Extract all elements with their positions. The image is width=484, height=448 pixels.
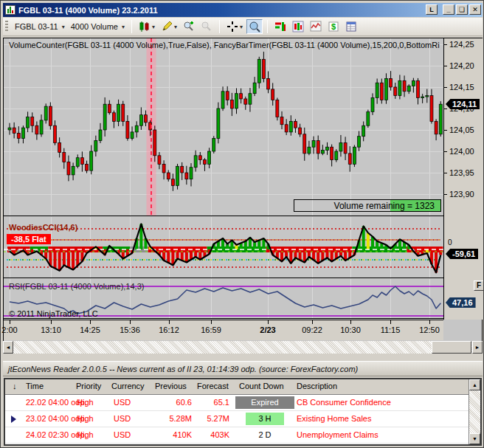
account-data-button[interactable]: $ (325, 19, 342, 34)
news-row[interactable]: 22.02 04:00 odp.HighUSD60.665.1CB Consum… (5, 395, 469, 411)
time-axis[interactable]: 2:0013:1014:2515:3616:1216:592/2309:2210… (4, 320, 443, 340)
cell-currency: USD (114, 430, 131, 439)
column-header-forecast[interactable]: Forecast (197, 382, 229, 390)
time-tick (390, 320, 391, 324)
drawing-tools-button[interactable]: ▾ (159, 19, 179, 34)
chart-trader-icon (274, 21, 286, 32)
rsi-panel[interactable]: RSI(FGBL 03-11 (4000 Volume),14,3) © 201… (4, 279, 443, 319)
price-axis-label: 123,90 (449, 190, 474, 199)
close-button[interactable]: ✕ (469, 4, 481, 15)
region-zoom-button[interactable] (246, 19, 263, 34)
price-panel[interactable]: VolumeCounter(FGBL 03-11 (4000 Volume),T… (4, 38, 443, 216)
time-tick (51, 320, 52, 324)
horizontal-scrollbar[interactable]: ◄ ► (3, 341, 483, 354)
title-bar[interactable]: FGBL 03-11 (4000 Volume) 23.2.2011 L _ ❏… (3, 3, 483, 17)
link-window-button[interactable]: L (426, 4, 438, 15)
cell-priority: High (77, 398, 94, 407)
time-axis-label: 2:00 (1, 325, 17, 334)
time-tick (130, 320, 131, 324)
maximize-button[interactable]: ❏ (456, 4, 468, 15)
time-tick (429, 320, 430, 324)
news-table-body: 22.02 04:00 odp.HighUSD60.665.1CB Consum… (5, 395, 469, 444)
scroll-right-button[interactable]: ► (472, 341, 483, 354)
price-axis-label: 124,15 (449, 83, 474, 92)
column-header-description[interactable]: Description (297, 382, 337, 390)
news-reader-header: jtEconNews Reader 2.0.0.5 -- News curren… (3, 361, 483, 376)
price-axis-label: 124,05 (449, 125, 474, 134)
chart-toolbar: FGBL 03-11 ▾ 4000 Volume ▾ ▾ ▾ (3, 18, 483, 36)
time-axis-label: 12:50 (419, 325, 440, 334)
volume-remaining-label: Volume remaining = 1323 (334, 200, 435, 212)
rsi-value-badge: 47,16 (446, 297, 476, 308)
line-chart-button[interactable] (308, 19, 324, 34)
magnifier-icon (249, 21, 260, 32)
chevron-down-icon: ▾ (62, 24, 65, 30)
rsi-f-button[interactable]: F (474, 280, 484, 291)
cell-description: Existing Home Sales (297, 414, 372, 423)
cci-indicator-label: WoodiesCCI(14,6) (9, 223, 77, 232)
column-header-previous[interactable]: Previous (155, 382, 187, 390)
chevron-down-icon: ▾ (152, 24, 155, 30)
news-table-header[interactable]: ↓ TimePriorityCurrencyPreviousForecastCo… (5, 379, 480, 395)
chart-trader-button[interactable] (272, 19, 288, 34)
news-row[interactable]: 23.02 04:00 odp.HighUSD5.28M5.27MExistin… (5, 411, 469, 427)
toolbar-grip[interactable] (5, 21, 8, 32)
minimize-button[interactable]: _ (443, 4, 454, 15)
scroll-down-button[interactable]: ▼ (469, 433, 480, 444)
candlestick-icon (139, 21, 151, 32)
zoom-out-button[interactable] (198, 19, 215, 34)
time-axis-label: 15:36 (120, 325, 140, 334)
line-chart-icon (310, 21, 322, 32)
news-row[interactable]: 24.02 02:30 odp.HighUSD410K403KUnemploym… (5, 427, 469, 444)
cci-panel[interactable]: WoodiesCCI(14,6) -38,5 Flat (4, 217, 443, 278)
price-chart-canvas[interactable] (4, 38, 443, 216)
market-analyzer-button[interactable] (290, 19, 306, 34)
news-vertical-scrollbar[interactable]: ▲ ▼ (469, 379, 480, 444)
price-axis[interactable]: 124,25124,20124,15124,10124,05124,00123,… (443, 38, 483, 320)
column-header-time[interactable]: Time (26, 382, 44, 390)
chevron-down-icon: ▾ (122, 24, 125, 30)
price-tick (444, 173, 447, 173)
time-axis-label: 14:25 (80, 325, 100, 334)
cell-previous: 410K (173, 430, 192, 439)
cell-priority: High (77, 414, 94, 423)
cell-previous: 5.28M (169, 414, 192, 423)
toolbar-separator (219, 20, 220, 33)
countdown-badge: 2 D (235, 429, 294, 441)
cell-previous: 60.6 (176, 398, 192, 407)
scrollbar-thumb[interactable] (432, 341, 471, 354)
time-axis-label: 11:15 (381, 325, 401, 334)
ninjatrader-chart-window: FGBL 03-11 (4000 Volume) 23.2.2011 L _ ❏… (0, 0, 484, 448)
chart-app-icon (5, 5, 15, 15)
column-header-count-down[interactable]: Count Down (239, 382, 284, 390)
cursor-mode-button[interactable]: ▾ (224, 19, 245, 34)
price-tick (444, 194, 447, 195)
scroll-up-button[interactable]: ▲ (469, 379, 480, 390)
chart-region: VolumeCounter(FGBL 03-11 (4000 Volume),T… (3, 38, 483, 353)
cell-description: Unemployment Claims (297, 430, 378, 439)
price-tick (444, 44, 447, 45)
column-header-currency[interactable]: Currency (111, 382, 145, 390)
time-axis-label: 13:10 (41, 325, 61, 334)
price-tick (444, 108, 447, 109)
scroll-left-button[interactable]: ◄ (3, 341, 13, 354)
rsi-indicator-label: RSI(FGBL 03-11 (4000 Volume),14,3) (9, 282, 144, 291)
sort-arrow-icon: ↓ (13, 382, 17, 390)
cci-zero-label: 0 (448, 238, 452, 247)
time-tick (10, 320, 10, 324)
zoom-out-icon (201, 21, 212, 32)
price-axis-label: 124,25 (449, 40, 474, 49)
price-axis-label: 124,20 (449, 61, 474, 70)
column-header-priority[interactable]: Priority (76, 382, 101, 390)
crosshair-icon (227, 21, 238, 32)
time-tick (312, 320, 313, 324)
time-tick (169, 320, 170, 324)
instrument-selector[interactable]: FGBL 03-11 ▾ (12, 21, 68, 32)
chart-style-button[interactable]: ▾ (136, 19, 157, 34)
countdown-badge: 3 H (235, 413, 284, 425)
cell-priority: High (77, 430, 94, 439)
data-grid-button[interactable] (343, 19, 359, 34)
zoom-in-button[interactable] (181, 19, 197, 34)
time-axis-label: 10:30 (340, 325, 361, 334)
interval-selector[interactable]: 4000 Volume ▾ (68, 21, 128, 32)
